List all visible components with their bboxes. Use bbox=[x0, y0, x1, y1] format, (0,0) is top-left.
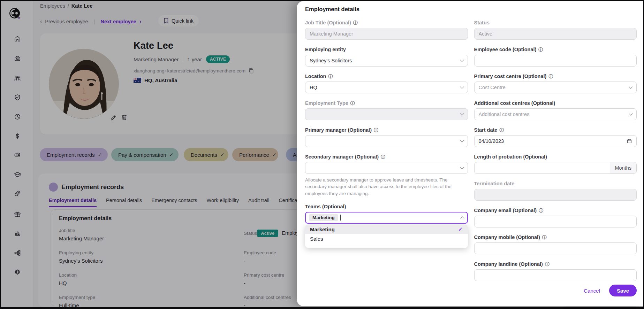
field-label: Termination date bbox=[474, 181, 515, 186]
drawer-field-secondary-manager: Secondary manager (Optional)ⓘ Allocate a… bbox=[305, 154, 468, 197]
info-icon[interactable]: ⓘ bbox=[545, 262, 550, 266]
location-select[interactable]: HQ bbox=[305, 82, 468, 93]
field-placeholder: Additional cost centres bbox=[479, 111, 630, 117]
page: Employees/Kate Lee ‹ Previous employee |… bbox=[1, 1, 643, 307]
field-value: Sydney's Solicitors bbox=[310, 58, 461, 63]
field-label: Job Title (Optional) bbox=[305, 20, 351, 25]
field-label: Location bbox=[305, 74, 326, 79]
primary-cost-centre-select[interactable]: Cost Centre bbox=[474, 82, 637, 93]
info-icon[interactable]: ⓘ bbox=[350, 101, 355, 106]
field-label: Teams (Optional) bbox=[305, 204, 346, 209]
teams-option-marketing[interactable]: Marketing✓ bbox=[305, 225, 468, 234]
drawer-field-teams: Teams (Optional) Marketing Marketing✓ Sa… bbox=[305, 204, 468, 224]
field-label: Additional cost centres (Optional) bbox=[474, 100, 555, 106]
chevron-down-icon bbox=[460, 85, 464, 88]
drawer-field-employment-type: Employment Typeⓘ bbox=[305, 100, 468, 120]
termination-date-input[interactable] bbox=[474, 189, 637, 201]
field-label: Status bbox=[474, 20, 490, 25]
info-icon[interactable]: ⓘ bbox=[542, 235, 547, 240]
field-label: Length of probation (Optional) bbox=[474, 154, 547, 160]
job-title-input[interactable]: Marketing Manager bbox=[305, 28, 468, 40]
field-value: Active bbox=[479, 31, 493, 37]
drawer-field-primary-cost-centre: Primary cost centre (Optional)ⓘ Cost Cen… bbox=[474, 74, 637, 93]
field-value: 04/10/2023 bbox=[479, 138, 627, 144]
drawer-field-employing-entity: Employing entity Sydney's Solicitors bbox=[305, 47, 468, 67]
save-button[interactable]: Save bbox=[609, 285, 637, 296]
drawer-field-location: Locationⓘ HQ bbox=[305, 74, 468, 93]
cancel-button[interactable]: Cancel bbox=[584, 288, 600, 294]
info-icon[interactable]: ⓘ bbox=[381, 155, 385, 159]
teams-multiselect[interactable]: Marketing bbox=[305, 212, 468, 224]
drawer-field-primary-manager: Primary manager (Optional)ⓘ bbox=[305, 127, 468, 147]
drawer-field-company-landline: Company landline (Optional)ⓘ bbox=[474, 261, 637, 281]
drawer-field-termination-date: Termination date bbox=[474, 181, 637, 201]
field-label: Secondary manager (Optional) bbox=[305, 154, 379, 160]
option-label: Sales bbox=[310, 236, 323, 242]
option-label: Marketing bbox=[310, 226, 335, 232]
text-cursor bbox=[340, 215, 341, 221]
chevron-down-icon bbox=[460, 138, 464, 142]
chevron-down-icon bbox=[629, 85, 632, 88]
drawer-field-job-title: Job Title (Optional)ⓘ Marketing Manager bbox=[305, 20, 468, 40]
drawer-title: Employment details bbox=[305, 6, 637, 13]
probation-input[interactable]: Months bbox=[474, 162, 637, 174]
field-label: Primary manager (Optional) bbox=[305, 127, 372, 133]
drawer-field-company-email: Company email (Optional)ⓘ bbox=[474, 208, 637, 227]
team-tag-marketing[interactable]: Marketing bbox=[309, 214, 338, 221]
calendar-icon[interactable] bbox=[627, 138, 632, 144]
chevron-up-icon bbox=[460, 216, 464, 220]
secondary-manager-helper: Allocate a secondary manager to approve … bbox=[305, 177, 468, 197]
field-placeholder: Cost Centre bbox=[479, 85, 630, 90]
field-label: Company landline (Optional) bbox=[474, 261, 543, 267]
drawer-actions: Cancel Save bbox=[474, 285, 637, 296]
drawer-field-additional-cost-centres: Additional cost centres (Optional) Addit… bbox=[474, 100, 637, 120]
chevron-down-icon bbox=[460, 165, 464, 169]
company-email-input[interactable] bbox=[479, 219, 632, 224]
info-icon[interactable]: ⓘ bbox=[328, 74, 333, 79]
app-window: Employees/Kate Lee ‹ Previous employee |… bbox=[0, 0, 644, 309]
info-icon[interactable]: ⓘ bbox=[538, 47, 543, 52]
field-label: Company email (Optional) bbox=[474, 208, 537, 213]
months-suffix: Months bbox=[610, 162, 636, 173]
field-label: Start date bbox=[474, 127, 498, 133]
additional-cost-centres-select[interactable]: Additional cost centres bbox=[474, 108, 637, 120]
start-date-input[interactable]: 04/10/2023 bbox=[474, 135, 637, 147]
status-input[interactable]: Active bbox=[474, 28, 637, 40]
field-label: Employing entity bbox=[305, 47, 346, 52]
field-value: Marketing Manager bbox=[310, 31, 353, 37]
employment-details-drawer: Employment details Job Title (Optional)ⓘ… bbox=[297, 1, 643, 306]
employee-code-input[interactable] bbox=[479, 58, 632, 63]
secondary-manager-select[interactable] bbox=[305, 162, 468, 174]
drawer-field-status: Status Active bbox=[474, 20, 637, 40]
info-icon[interactable]: ⓘ bbox=[374, 128, 378, 132]
employing-entity-select[interactable]: Sydney's Solicitors bbox=[305, 55, 468, 67]
check-icon: ✓ bbox=[458, 226, 463, 233]
company-landline-input[interactable] bbox=[479, 272, 632, 278]
field-label: Company mobile (Optional) bbox=[474, 234, 540, 240]
drawer-field-employee-code: Employee code (Optional)ⓘ bbox=[474, 47, 637, 67]
primary-manager-select[interactable] bbox=[305, 135, 468, 147]
field-label: Employee code (Optional) bbox=[474, 47, 537, 52]
field-value: HQ bbox=[310, 85, 461, 90]
teams-dropdown-menu: Marketing✓ Sales bbox=[305, 225, 468, 248]
chevron-down-icon bbox=[629, 111, 632, 115]
field-label: Primary cost centre (Optional) bbox=[474, 74, 547, 79]
teams-option-sales[interactable]: Sales bbox=[305, 234, 468, 244]
company-mobile-input[interactable] bbox=[479, 246, 632, 251]
drawer-field-start-date: Start dateⓘ 04/10/2023 bbox=[474, 127, 637, 147]
drawer-field-company-mobile: Company mobile (Optional)ⓘ bbox=[474, 234, 637, 254]
field-label: Employment Type bbox=[305, 100, 348, 106]
chevron-down-icon bbox=[460, 111, 464, 115]
info-icon[interactable]: ⓘ bbox=[539, 208, 543, 213]
drawer-field-length-of-probation: Length of probation (Optional) Months bbox=[474, 154, 637, 174]
info-icon[interactable]: ⓘ bbox=[353, 21, 358, 25]
chevron-down-icon bbox=[460, 58, 464, 62]
info-icon[interactable]: ⓘ bbox=[548, 74, 553, 79]
info-icon[interactable]: ⓘ bbox=[499, 128, 504, 132]
employment-type-select[interactable] bbox=[305, 108, 468, 120]
